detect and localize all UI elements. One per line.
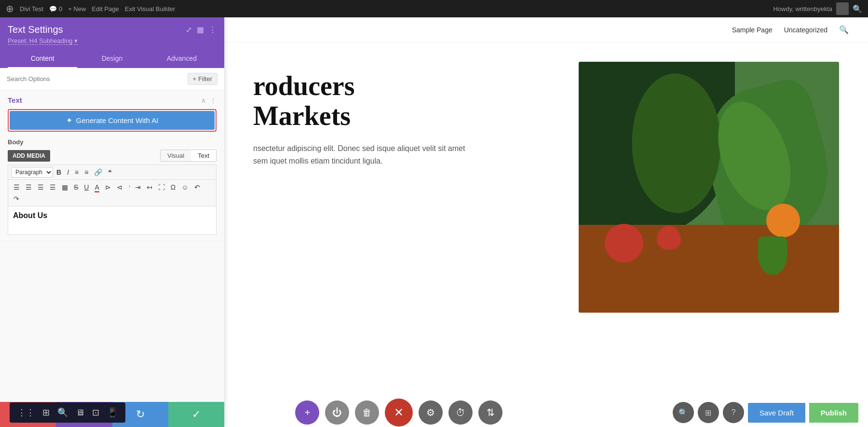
- help-icon[interactable]: ?: [723, 402, 744, 423]
- collapse-icon[interactable]: ∧: [201, 96, 206, 104]
- visual-tab[interactable]: Visual: [161, 150, 191, 161]
- desktop-icon[interactable]: 🖥: [76, 408, 84, 418]
- site-name[interactable]: Divi Test: [20, 5, 43, 13]
- bold-button[interactable]: B: [54, 167, 64, 178]
- preset-selector[interactable]: Preset: H4 Subheading ▾: [8, 37, 217, 45]
- ordered-list-button[interactable]: ≡: [82, 167, 91, 178]
- page-text: roducersMarkets nsectetur adipiscing eli…: [253, 62, 579, 167]
- panel-header-icons: ⤢ ▦ ⋮: [186, 25, 217, 34]
- indent-button[interactable]: ⊳: [103, 182, 113, 193]
- close-button[interactable]: ✕: [385, 399, 413, 427]
- filter-button[interactable]: + Filter: [188, 73, 217, 85]
- edit-page-link[interactable]: Edit Page: [92, 5, 119, 13]
- comments-link[interactable]: 💬 0: [49, 5, 62, 13]
- delete-button[interactable]: 🗑: [355, 400, 379, 425]
- admin-search-icon[interactable]: 🔍: [853, 4, 862, 14]
- nav-sample-page[interactable]: Sample Page: [732, 26, 773, 34]
- table-button[interactable]: ▦: [59, 182, 70, 193]
- page-body-text: nsectetur adipiscing elit. Donec sed isq…: [253, 142, 475, 167]
- text-tab[interactable]: Text: [191, 150, 216, 161]
- page-heading: roducersMarkets: [253, 71, 559, 131]
- admin-bar-right: Howdy, writtenbyekta 🔍: [773, 2, 862, 15]
- vegetable-image: [579, 62, 839, 313]
- ai-icon: ✦: [66, 116, 72, 125]
- link-button[interactable]: 🔗: [92, 167, 105, 178]
- align-justify-button[interactable]: ☰: [47, 182, 58, 193]
- body-label: Body: [8, 138, 217, 146]
- menu-icon[interactable]: ⋮⋮: [17, 407, 35, 418]
- layout-icon[interactable]: ▦: [197, 25, 204, 34]
- strikethrough-button[interactable]: S: [71, 182, 81, 193]
- nav-uncategorized[interactable]: Uncategorized: [784, 26, 827, 34]
- panel-tabs: Content Design Advanced: [8, 50, 217, 68]
- search-options-input[interactable]: [7, 75, 184, 83]
- page-image: [579, 62, 839, 313]
- tab-design[interactable]: Design: [77, 50, 147, 68]
- wordpress-logo-icon[interactable]: ⊕: [6, 3, 14, 14]
- portability-button[interactable]: ⇅: [478, 400, 502, 425]
- layers-icon[interactable]: ⊞: [698, 402, 719, 423]
- page-area: Sample Page Uncategorized 🔍 roducersMark…: [224, 17, 868, 427]
- tablet-icon[interactable]: ⊡: [92, 407, 99, 418]
- generate-ai-button[interactable]: ✦ Generate Content With AI: [10, 111, 215, 130]
- mobile-icon[interactable]: 📱: [107, 407, 118, 418]
- add-module-button[interactable]: +: [295, 400, 319, 425]
- tomato: [605, 224, 643, 262]
- superscript-button[interactable]: ᴵ: [126, 182, 132, 193]
- avatar: [836, 2, 849, 15]
- italic-button[interactable]: I: [65, 167, 71, 178]
- blockquote-button[interactable]: ❝: [106, 167, 114, 178]
- section-more-icon[interactable]: ⋮: [210, 96, 217, 104]
- bottom-right-controls: 🔍 ⊞ ? Save Draft Publish: [673, 402, 858, 423]
- text-settings-panel: Text Settings ⤢ ▦ ⋮ Preset: H4 Subheadin…: [0, 17, 224, 427]
- panel-body: + Filter Text ∧ ⋮ ✦ Generate Co: [0, 68, 224, 402]
- more-icon[interactable]: ⋮: [209, 25, 217, 34]
- preset-arrow-icon: ▾: [74, 37, 78, 45]
- text-color-button[interactable]: A: [92, 182, 101, 193]
- emoji-button[interactable]: ☺: [179, 182, 190, 193]
- editor-top-row: ADD MEDIA Visual Text: [8, 150, 217, 162]
- special-char-button[interactable]: Ω: [168, 182, 178, 193]
- new-link[interactable]: + New: [68, 5, 86, 13]
- grid-icon[interactable]: ⊞: [42, 407, 50, 418]
- add-media-button[interactable]: ADD MEDIA: [8, 150, 50, 162]
- history-button[interactable]: ⏱: [448, 400, 473, 425]
- search-right-icon[interactable]: 🔍: [673, 402, 694, 423]
- power-button[interactable]: ⏻: [325, 400, 349, 425]
- outdent-button[interactable]: ⊲: [114, 182, 125, 193]
- confirm-button[interactable]: ✓: [168, 402, 224, 427]
- page-search-icon[interactable]: 🔍: [839, 25, 849, 34]
- exit-visual-builder-link[interactable]: Exit Visual Builder: [125, 5, 176, 13]
- confirm-icon: ✓: [192, 408, 201, 421]
- bottom-center-controls: + ⏻ 🗑 ✕ ⚙ ⏱ ⇅: [295, 399, 502, 427]
- settings-button[interactable]: ⚙: [419, 400, 443, 425]
- fullscreen-icon[interactable]: ⤢: [186, 25, 192, 34]
- tab-content[interactable]: Content: [8, 50, 77, 68]
- align-center-button[interactable]: ☰: [23, 182, 34, 193]
- panel-title-row: Text Settings ⤢ ▦ ⋮: [8, 24, 217, 35]
- search-bottom-icon[interactable]: 🔍: [57, 407, 68, 418]
- paragraph-select[interactable]: Paragraph: [11, 167, 53, 178]
- underline-button[interactable]: U: [81, 182, 91, 193]
- text-section: Text ∧ ⋮ ✦ Generate Content With AI Body: [0, 90, 224, 241]
- visual-text-tabs: Visual Text: [160, 150, 217, 162]
- filter-plus-icon: +: [193, 75, 197, 83]
- bottom-left-controls: ⋮⋮ ⊞ 🔍 🖥 ⊡ 📱: [10, 402, 125, 423]
- editor-area[interactable]: About Us: [8, 206, 217, 235]
- unordered-list-button[interactable]: ≡: [72, 167, 81, 178]
- page-content: roducersMarkets nsectetur adipiscing eli…: [224, 42, 868, 332]
- editor-toolbar-row1: Paragraph B I ≡ ≡ 🔗 ❝: [8, 165, 217, 179]
- redo-editor-button[interactable]: ↷: [11, 193, 22, 204]
- tab-advanced[interactable]: Advanced: [147, 50, 217, 68]
- save-draft-button[interactable]: Save Draft: [748, 403, 805, 423]
- align-right-button[interactable]: ☰: [35, 182, 46, 193]
- undo-editor-button[interactable]: ↶: [192, 182, 203, 193]
- publish-button[interactable]: Publish: [809, 403, 858, 423]
- editor-content[interactable]: About Us: [13, 211, 47, 220]
- section-header-icons: ∧ ⋮: [201, 96, 217, 104]
- outdent2-button[interactable]: ↤: [144, 182, 155, 193]
- indent2-button[interactable]: ⇥: [133, 182, 143, 193]
- align-left-button[interactable]: ☰: [11, 182, 22, 193]
- fullscreen-editor-button[interactable]: ⛶: [156, 182, 167, 193]
- page-hero: roducersMarkets nsectetur adipiscing eli…: [224, 42, 868, 332]
